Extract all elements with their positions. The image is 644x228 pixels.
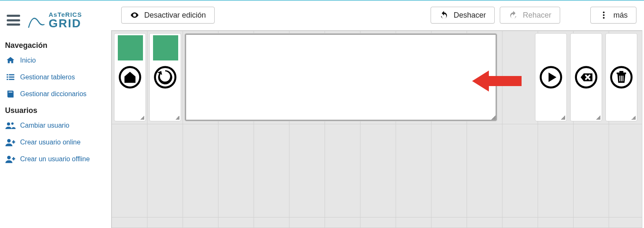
sidebar-item-home[interactable]: Inicio <box>5 56 107 65</box>
svg-point-12 <box>603 17 605 18</box>
sidebar-item-label: Gestionar diccionarios <box>20 90 86 98</box>
kebab-icon <box>599 10 608 20</box>
svg-rect-4 <box>7 79 8 80</box>
svg-rect-1 <box>9 74 14 76</box>
resize-handle-icon[interactable] <box>174 115 179 120</box>
rotate-ccw-circle-icon <box>153 65 178 90</box>
svg-rect-15 <box>153 35 178 60</box>
user-plus-icon <box>5 138 16 147</box>
cell-play[interactable] <box>535 33 567 121</box>
svg-rect-3 <box>9 76 14 78</box>
sidebar-item-create-offline-user[interactable]: Crear un usuario offline <box>5 155 107 164</box>
hamburger-menu-icon[interactable] <box>7 15 20 26</box>
cell-back[interactable] <box>149 33 181 121</box>
cell-home[interactable] <box>114 33 146 121</box>
list-icon <box>5 73 16 82</box>
play-circle-icon <box>538 65 564 90</box>
svg-point-6 <box>7 123 10 126</box>
cell-trash[interactable] <box>605 33 637 121</box>
trash-circle-icon <box>609 65 634 90</box>
sidebar-item-label: Cambiar usuario <box>20 122 69 129</box>
sidebar-item-create-online-user[interactable]: Crear usuario online <box>5 138 107 147</box>
home-circle-icon <box>117 65 143 90</box>
svg-point-9 <box>7 156 10 159</box>
sidebar: AsTeRICS GRID Navegación Inicio Gestiona… <box>0 1 111 228</box>
sidebar-item-switch-user[interactable]: Cambiar usuario <box>5 121 107 130</box>
button-label: Rehacer <box>523 11 551 20</box>
resize-handle-icon[interactable] <box>139 115 144 120</box>
disable-edit-button[interactable]: Desactivar edición <box>121 7 215 24</box>
user-plus-icon <box>5 155 16 164</box>
sidebar-item-label: Gestionar tableros <box>20 73 75 81</box>
grid-canvas[interactable] <box>111 30 642 228</box>
svg-point-10 <box>603 12 605 13</box>
undo-button[interactable]: Deshacer <box>431 7 495 24</box>
button-label: Deshacer <box>454 11 486 20</box>
sidebar-item-label: Crear usuario online <box>20 139 80 146</box>
more-button[interactable]: más <box>590 7 636 24</box>
svg-point-7 <box>11 123 14 125</box>
undo-icon <box>439 10 449 20</box>
svg-rect-5 <box>9 79 14 80</box>
redo-icon <box>509 10 518 20</box>
resize-handle-icon[interactable] <box>491 115 496 120</box>
cell-collect-area[interactable] <box>184 33 497 121</box>
svg-marker-21 <box>472 71 522 92</box>
logo-text-line2: GRID <box>49 18 82 29</box>
logo-mark-icon <box>27 11 45 29</box>
eye-icon <box>130 10 139 20</box>
svg-point-8 <box>7 139 10 142</box>
nav-section-title: Navegación <box>5 41 107 50</box>
svg-rect-2 <box>7 76 8 78</box>
button-label: Desactivar edición <box>144 11 206 20</box>
resize-handle-icon[interactable] <box>595 115 600 120</box>
redo-button[interactable]: Rehacer <box>500 7 560 24</box>
svg-marker-18 <box>548 73 556 82</box>
users-icon <box>5 121 16 130</box>
sidebar-item-manage-grids[interactable]: Gestionar tableros <box>5 73 107 82</box>
svg-rect-13 <box>118 35 143 60</box>
users-section-title: Usuarios <box>5 106 107 115</box>
toolbar: Desactivar edición Deshacer Rehacer más <box>111 1 644 30</box>
header-left: AsTeRICS GRID <box>4 11 107 29</box>
main-area: Desactivar edición Deshacer Rehacer más <box>111 1 644 228</box>
link-marker-icon <box>153 35 178 62</box>
resize-handle-icon[interactable] <box>560 115 565 120</box>
svg-rect-0 <box>7 74 8 76</box>
home-icon <box>5 56 16 65</box>
app-logo: AsTeRICS GRID <box>27 11 82 29</box>
svg-point-16 <box>155 67 176 88</box>
resize-handle-icon[interactable] <box>631 115 636 120</box>
sidebar-item-label: Inicio <box>20 57 36 64</box>
annotation-arrow-icon <box>472 64 522 98</box>
backspace-circle-icon <box>574 65 599 90</box>
sidebar-item-label: Crear un usuario offline <box>20 155 90 163</box>
cell-backspace[interactable] <box>570 33 602 121</box>
svg-point-11 <box>603 14 605 16</box>
button-label: más <box>613 11 628 20</box>
link-marker-icon <box>118 35 143 62</box>
book-icon <box>5 89 16 99</box>
sidebar-item-manage-dictionaries[interactable]: Gestionar diccionarios <box>5 89 107 99</box>
